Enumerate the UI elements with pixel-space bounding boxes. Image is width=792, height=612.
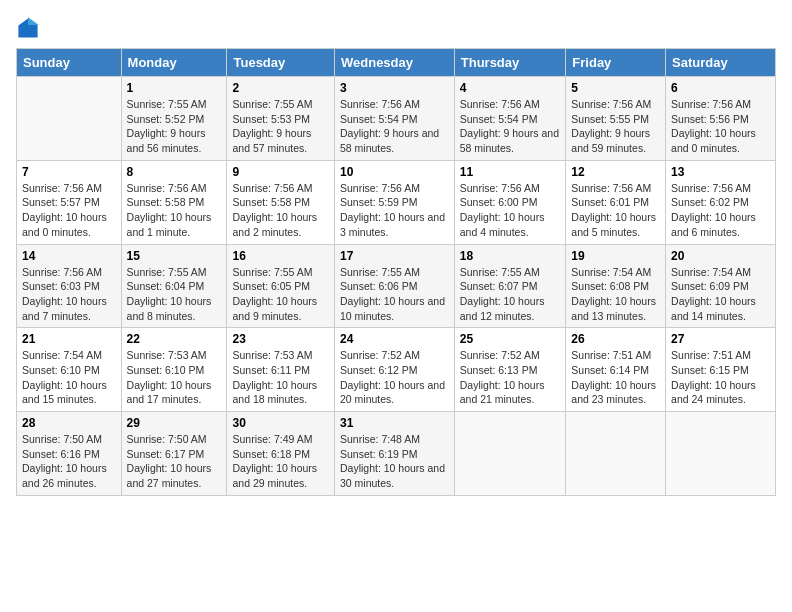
header (16, 16, 776, 40)
day-cell: 15Sunrise: 7:55 AM Sunset: 6:04 PM Dayli… (121, 244, 227, 328)
day-cell: 10Sunrise: 7:56 AM Sunset: 5:59 PM Dayli… (334, 160, 454, 244)
day-number: 20 (671, 249, 770, 263)
day-info: Sunrise: 7:55 AM Sunset: 5:53 PM Dayligh… (232, 97, 329, 156)
day-cell: 17Sunrise: 7:55 AM Sunset: 6:06 PM Dayli… (334, 244, 454, 328)
day-number: 24 (340, 332, 449, 346)
day-number: 9 (232, 165, 329, 179)
day-cell (566, 412, 666, 496)
day-info: Sunrise: 7:49 AM Sunset: 6:18 PM Dayligh… (232, 432, 329, 491)
header-cell-sunday: Sunday (17, 49, 122, 77)
week-row-2: 7Sunrise: 7:56 AM Sunset: 5:57 PM Daylig… (17, 160, 776, 244)
day-number: 17 (340, 249, 449, 263)
day-cell: 16Sunrise: 7:55 AM Sunset: 6:05 PM Dayli… (227, 244, 335, 328)
header-cell-wednesday: Wednesday (334, 49, 454, 77)
day-cell: 1Sunrise: 7:55 AM Sunset: 5:52 PM Daylig… (121, 77, 227, 161)
day-number: 26 (571, 332, 660, 346)
day-cell: 8Sunrise: 7:56 AM Sunset: 5:58 PM Daylig… (121, 160, 227, 244)
day-cell (666, 412, 776, 496)
day-number: 4 (460, 81, 561, 95)
day-number: 8 (127, 165, 222, 179)
day-cell: 5Sunrise: 7:56 AM Sunset: 5:55 PM Daylig… (566, 77, 666, 161)
day-info: Sunrise: 7:53 AM Sunset: 6:10 PM Dayligh… (127, 348, 222, 407)
day-cell: 14Sunrise: 7:56 AM Sunset: 6:03 PM Dayli… (17, 244, 122, 328)
day-number: 5 (571, 81, 660, 95)
day-info: Sunrise: 7:56 AM Sunset: 6:02 PM Dayligh… (671, 181, 770, 240)
day-info: Sunrise: 7:56 AM Sunset: 5:55 PM Dayligh… (571, 97, 660, 156)
day-info: Sunrise: 7:56 AM Sunset: 6:00 PM Dayligh… (460, 181, 561, 240)
day-cell: 23Sunrise: 7:53 AM Sunset: 6:11 PM Dayli… (227, 328, 335, 412)
day-info: Sunrise: 7:55 AM Sunset: 6:06 PM Dayligh… (340, 265, 449, 324)
day-cell: 31Sunrise: 7:48 AM Sunset: 6:19 PM Dayli… (334, 412, 454, 496)
day-info: Sunrise: 7:56 AM Sunset: 6:03 PM Dayligh… (22, 265, 116, 324)
day-info: Sunrise: 7:55 AM Sunset: 6:04 PM Dayligh… (127, 265, 222, 324)
logo-icon (16, 16, 40, 40)
header-row: SundayMondayTuesdayWednesdayThursdayFrid… (17, 49, 776, 77)
header-cell-saturday: Saturday (666, 49, 776, 77)
day-cell: 30Sunrise: 7:49 AM Sunset: 6:18 PM Dayli… (227, 412, 335, 496)
day-number: 30 (232, 416, 329, 430)
day-cell: 11Sunrise: 7:56 AM Sunset: 6:00 PM Dayli… (454, 160, 566, 244)
day-info: Sunrise: 7:50 AM Sunset: 6:17 PM Dayligh… (127, 432, 222, 491)
day-info: Sunrise: 7:53 AM Sunset: 6:11 PM Dayligh… (232, 348, 329, 407)
week-row-4: 21Sunrise: 7:54 AM Sunset: 6:10 PM Dayli… (17, 328, 776, 412)
day-cell: 26Sunrise: 7:51 AM Sunset: 6:14 PM Dayli… (566, 328, 666, 412)
day-cell: 13Sunrise: 7:56 AM Sunset: 6:02 PM Dayli… (666, 160, 776, 244)
day-cell: 12Sunrise: 7:56 AM Sunset: 6:01 PM Dayli… (566, 160, 666, 244)
day-number: 2 (232, 81, 329, 95)
day-cell: 21Sunrise: 7:54 AM Sunset: 6:10 PM Dayli… (17, 328, 122, 412)
day-cell: 9Sunrise: 7:56 AM Sunset: 5:58 PM Daylig… (227, 160, 335, 244)
day-number: 18 (460, 249, 561, 263)
day-info: Sunrise: 7:50 AM Sunset: 6:16 PM Dayligh… (22, 432, 116, 491)
day-number: 19 (571, 249, 660, 263)
day-number: 3 (340, 81, 449, 95)
day-cell: 19Sunrise: 7:54 AM Sunset: 6:08 PM Dayli… (566, 244, 666, 328)
day-info: Sunrise: 7:52 AM Sunset: 6:12 PM Dayligh… (340, 348, 449, 407)
day-number: 1 (127, 81, 222, 95)
day-info: Sunrise: 7:55 AM Sunset: 5:52 PM Dayligh… (127, 97, 222, 156)
day-info: Sunrise: 7:51 AM Sunset: 6:15 PM Dayligh… (671, 348, 770, 407)
day-info: Sunrise: 7:48 AM Sunset: 6:19 PM Dayligh… (340, 432, 449, 491)
header-cell-monday: Monday (121, 49, 227, 77)
day-cell: 20Sunrise: 7:54 AM Sunset: 6:09 PM Dayli… (666, 244, 776, 328)
day-info: Sunrise: 7:56 AM Sunset: 5:56 PM Dayligh… (671, 97, 770, 156)
day-number: 11 (460, 165, 561, 179)
day-info: Sunrise: 7:54 AM Sunset: 6:08 PM Dayligh… (571, 265, 660, 324)
day-number: 13 (671, 165, 770, 179)
day-cell: 28Sunrise: 7:50 AM Sunset: 6:16 PM Dayli… (17, 412, 122, 496)
day-number: 27 (671, 332, 770, 346)
day-number: 12 (571, 165, 660, 179)
day-cell: 27Sunrise: 7:51 AM Sunset: 6:15 PM Dayli… (666, 328, 776, 412)
week-row-1: 1Sunrise: 7:55 AM Sunset: 5:52 PM Daylig… (17, 77, 776, 161)
logo (16, 16, 44, 40)
day-cell: 4Sunrise: 7:56 AM Sunset: 5:54 PM Daylig… (454, 77, 566, 161)
day-info: Sunrise: 7:56 AM Sunset: 5:54 PM Dayligh… (460, 97, 561, 156)
day-number: 14 (22, 249, 116, 263)
calendar-table: SundayMondayTuesdayWednesdayThursdayFrid… (16, 48, 776, 496)
day-info: Sunrise: 7:52 AM Sunset: 6:13 PM Dayligh… (460, 348, 561, 407)
day-info: Sunrise: 7:55 AM Sunset: 6:05 PM Dayligh… (232, 265, 329, 324)
day-number: 16 (232, 249, 329, 263)
day-number: 6 (671, 81, 770, 95)
day-number: 21 (22, 332, 116, 346)
day-cell: 22Sunrise: 7:53 AM Sunset: 6:10 PM Dayli… (121, 328, 227, 412)
week-row-5: 28Sunrise: 7:50 AM Sunset: 6:16 PM Dayli… (17, 412, 776, 496)
day-info: Sunrise: 7:54 AM Sunset: 6:10 PM Dayligh… (22, 348, 116, 407)
day-number: 7 (22, 165, 116, 179)
day-info: Sunrise: 7:51 AM Sunset: 6:14 PM Dayligh… (571, 348, 660, 407)
day-cell (17, 77, 122, 161)
day-number: 10 (340, 165, 449, 179)
day-cell: 25Sunrise: 7:52 AM Sunset: 6:13 PM Dayli… (454, 328, 566, 412)
day-cell: 6Sunrise: 7:56 AM Sunset: 5:56 PM Daylig… (666, 77, 776, 161)
day-cell (454, 412, 566, 496)
day-number: 25 (460, 332, 561, 346)
header-cell-friday: Friday (566, 49, 666, 77)
day-info: Sunrise: 7:56 AM Sunset: 5:59 PM Dayligh… (340, 181, 449, 240)
header-cell-thursday: Thursday (454, 49, 566, 77)
svg-marker-1 (28, 17, 39, 25)
day-number: 22 (127, 332, 222, 346)
day-info: Sunrise: 7:54 AM Sunset: 6:09 PM Dayligh… (671, 265, 770, 324)
day-cell: 3Sunrise: 7:56 AM Sunset: 5:54 PM Daylig… (334, 77, 454, 161)
day-number: 15 (127, 249, 222, 263)
day-number: 23 (232, 332, 329, 346)
day-number: 31 (340, 416, 449, 430)
